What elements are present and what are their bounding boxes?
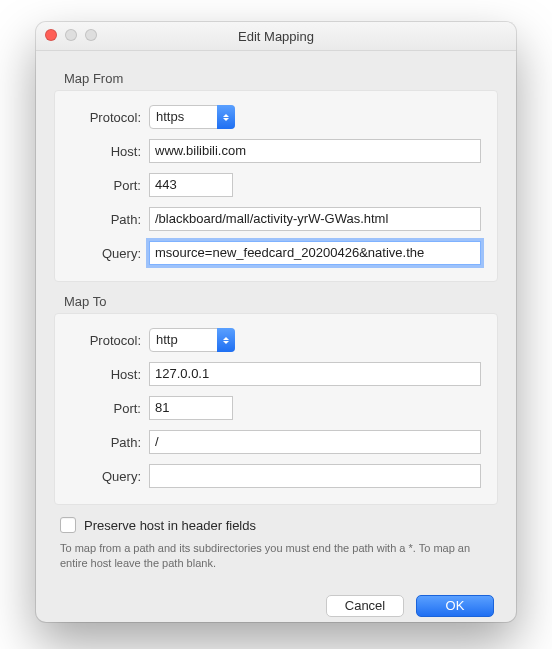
window-controls bbox=[45, 29, 97, 41]
preserve-host-checkbox[interactable] bbox=[60, 517, 76, 533]
close-icon[interactable] bbox=[45, 29, 57, 41]
zoom-icon bbox=[85, 29, 97, 41]
preserve-host-label: Preserve host in header fields bbox=[84, 518, 256, 533]
map-from-port-input[interactable]: 443 bbox=[149, 173, 233, 197]
dialog-body: Map From Protocol: https Host: www.bilib… bbox=[36, 51, 516, 622]
map-to-protocol-select[interactable]: http bbox=[149, 328, 235, 352]
map-from-protocol-select[interactable]: https bbox=[149, 105, 235, 129]
map-from-path-input[interactable]: /blackboard/mall/activity-yrW-GWas.html bbox=[149, 207, 481, 231]
map-to-legend: Map To bbox=[64, 294, 498, 309]
help-text: To map from a path and its subdirectorie… bbox=[60, 541, 492, 571]
map-to-host-label: Host: bbox=[71, 367, 141, 382]
map-from-host-input[interactable]: www.bilibili.com bbox=[149, 139, 481, 163]
map-from-host-label: Host: bbox=[71, 144, 141, 159]
map-from-port-label: Port: bbox=[71, 178, 141, 193]
map-to-port-label: Port: bbox=[71, 401, 141, 416]
map-to-path-input[interactable]: / bbox=[149, 430, 481, 454]
map-to-protocol-label: Protocol: bbox=[71, 333, 141, 348]
chevron-updown-icon bbox=[217, 328, 235, 352]
chevron-updown-icon bbox=[217, 105, 235, 129]
map-from-legend: Map From bbox=[64, 71, 498, 86]
map-from-path-label: Path: bbox=[71, 212, 141, 227]
map-from-query-label: Query: bbox=[71, 246, 141, 261]
minimize-icon bbox=[65, 29, 77, 41]
cancel-button[interactable]: Cancel bbox=[326, 595, 404, 617]
edit-mapping-window: Edit Mapping Map From Protocol: https Ho… bbox=[36, 22, 516, 622]
dialog-buttons: Cancel OK bbox=[54, 595, 498, 617]
map-to-path-label: Path: bbox=[71, 435, 141, 450]
map-to-query-label: Query: bbox=[71, 469, 141, 484]
map-to-group: Protocol: http Host: 127.0.0.1 Port: 81 … bbox=[54, 313, 498, 505]
preserve-host-row[interactable]: Preserve host in header fields bbox=[60, 517, 498, 533]
titlebar: Edit Mapping bbox=[36, 22, 516, 51]
ok-button[interactable]: OK bbox=[416, 595, 494, 617]
map-to-host-input[interactable]: 127.0.0.1 bbox=[149, 362, 481, 386]
map-to-query-input[interactable] bbox=[149, 464, 481, 488]
map-to-port-input[interactable]: 81 bbox=[149, 396, 233, 420]
map-from-query-input[interactable]: msource=new_feedcard_20200426&native.the bbox=[149, 241, 481, 265]
map-from-protocol-label: Protocol: bbox=[71, 110, 141, 125]
window-title: Edit Mapping bbox=[238, 29, 314, 44]
map-from-group: Protocol: https Host: www.bilibili.com P… bbox=[54, 90, 498, 282]
